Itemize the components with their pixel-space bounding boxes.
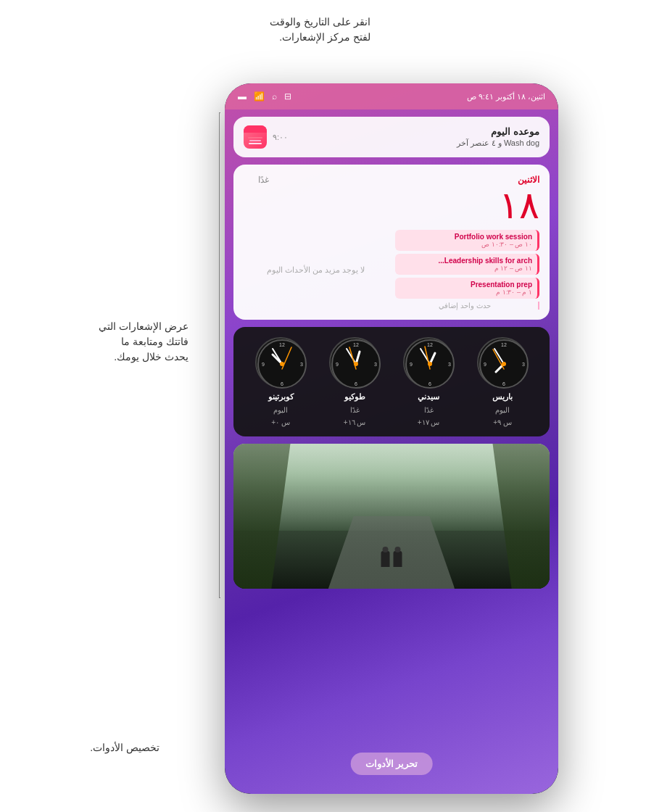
widgets-container: موعده اليوم Wash dog و ٤ عنصر آخر ٩:٠٠ (233, 117, 550, 589)
svg-text:6: 6 (428, 381, 431, 386)
svg-text:6: 6 (502, 381, 505, 386)
calendar-monday-events: Portfolio work session ١٠ ص – ١٠:٣٠ ص Le… (395, 230, 539, 310)
calendar-tuesday-events: لا يوجد مزيد من الأحداث اليوم (244, 230, 388, 310)
calendar-no-events: لا يوجد مزيد من الأحداث اليوم (267, 265, 365, 275)
search-icon[interactable]: ⌕ (272, 91, 277, 102)
clock-paris-when: اليوم (495, 406, 510, 414)
menu-bar-date[interactable]: اثنين، ١٨ أكتوبر ٩:٤١ ص (467, 92, 545, 102)
photo-scene (233, 444, 550, 589)
calendar-monday-column: الاثنين ١٨ (499, 175, 539, 224)
calendar-icon-line-2 (249, 140, 261, 141)
svg-point-8 (280, 362, 284, 366)
clock-sydney-offset: س ١٧+ (418, 418, 440, 426)
clock-tokyo-when: غدًا (350, 406, 360, 414)
cyclist-2 (394, 551, 402, 567)
annotation-bottom: تخصيص الأدوات. (15, 740, 160, 755)
svg-text:9: 9 (484, 362, 486, 367)
event-2-time: ١١ ص – ١٢ م (400, 265, 532, 272)
calendar-icon-top (244, 125, 267, 133)
widget-calendar-week[interactable]: الاثنين ١٨ غدًا Portfolio work session ١… (233, 165, 550, 320)
svg-text:6: 6 (355, 381, 357, 386)
calendar-week-header: الاثنين ١٨ غدًا (244, 175, 539, 224)
svg-point-26 (428, 362, 432, 366)
clock-sydney: 12 3 6 9 سيدني غدًا س ١٧+ (403, 337, 454, 426)
wifi-icon: 📶 (254, 91, 265, 102)
clock-paris-offset: س ٩+ (493, 418, 512, 426)
clock-sydney-city: سيدني (418, 392, 439, 402)
clock-cupertino-when: اليوم (273, 406, 288, 414)
bracket-line (219, 112, 220, 598)
cyclist-1 (381, 551, 390, 567)
calendar-monday-number: ١٨ (499, 186, 539, 224)
calendar-today-title: موعده اليوم (457, 126, 539, 137)
ipad-device: اثنين، ١٨ أكتوبر ٩:٤١ ص ⊟ ⌕ 📶 ▬ موعده ال… (225, 83, 558, 794)
clock-cupertino-face: 12 3 6 9 (255, 337, 306, 388)
calendar-icon-lines (244, 133, 267, 149)
clock-tokyo-face: 12 3 6 9 (329, 337, 380, 388)
calendar-week-content: Portfolio work session ١٠ ص – ١٠:٣٠ ص Le… (244, 230, 539, 310)
svg-text:6: 6 (281, 381, 283, 386)
calendar-event-3[interactable]: Presentation prep ١ م – ١:٣٠ م (395, 278, 539, 299)
event-1-time: ١٠ ص – ١٠:٣٠ ص (400, 241, 532, 248)
calendar-today-subtitle: Wash dog و ٤ عنصر آخر (457, 138, 539, 148)
event-2-title: Leadership skills for arch... (400, 257, 532, 265)
clock-tokyo-city: طوكيو (344, 392, 365, 402)
svg-text:9: 9 (336, 362, 339, 367)
calendar-monday-label: الاثنين (499, 175, 539, 185)
annotation-top: انقر على التاريخ والوقت لفتح مركز الإشعا… (105, 14, 370, 45)
widget-world-clock[interactable]: 12 3 6 9 كوبرتينو (233, 327, 550, 436)
svg-text:3: 3 (374, 362, 377, 367)
calendar-more-events: حدث واحد إضافي (395, 302, 539, 310)
svg-text:9: 9 (410, 362, 413, 367)
clock-sydney-face: 12 3 6 9 (403, 337, 454, 388)
svg-point-35 (502, 362, 506, 366)
calendar-event-1[interactable]: Portfolio work session ١٠ ص – ١٠:٣٠ ص (395, 230, 539, 251)
widget-calendar-today[interactable]: موعده اليوم Wash dog و ٤ عنصر آخر ٩:٠٠ (233, 117, 550, 157)
svg-text:12: 12 (427, 342, 433, 347)
battery-icon: ▬ (238, 91, 247, 102)
clock-sydney-when: غدًا (424, 406, 434, 414)
svg-text:3: 3 (448, 362, 451, 367)
widget-photo (233, 444, 550, 589)
event-1-title: Portfolio work session (400, 233, 532, 241)
clock-cupertino: 12 3 6 9 كوبرتينو (255, 337, 306, 426)
edit-widgets-button[interactable]: تحرير الأدوات (351, 753, 433, 775)
calendar-tuesday-label: غدًا (258, 175, 269, 185)
event-3-title: Presentation prep (400, 281, 532, 289)
svg-text:12: 12 (279, 342, 285, 347)
svg-point-17 (354, 362, 358, 366)
svg-text:3: 3 (522, 362, 525, 367)
clock-cupertino-city: كوبرتينو (268, 392, 294, 402)
calendar-event-2[interactable]: Leadership skills for arch... ١١ ص – ١٢ … (395, 254, 539, 275)
menu-bar[interactable]: اثنين، ١٨ أكتوبر ٩:٤١ ص ⊟ ⌕ 📶 ▬ (225, 83, 558, 109)
calendar-today-time: ٩:٠٠ (273, 133, 288, 142)
svg-text:12: 12 (353, 342, 359, 347)
calendar-icon-line-3 (249, 143, 262, 144)
calendar-today-right: ٩:٠٠ (244, 125, 288, 149)
event-3-time: ١ م – ١:٣٠ م (400, 289, 532, 296)
annotation-left: عرض الإشعارات التي فاتتك ومتابعة ما يحدث… (15, 319, 189, 365)
clock-paris-city: باريس (492, 392, 513, 402)
svg-text:9: 9 (262, 362, 265, 367)
svg-text:12: 12 (501, 342, 507, 347)
clock-paris-face: 12 3 6 9 (477, 337, 528, 388)
photo-cyclists (381, 551, 402, 567)
menu-bar-icons: ⊟ ⌕ 📶 ▬ (238, 91, 291, 102)
screen-mirroring-icon: ⊟ (284, 91, 291, 102)
calendar-today-text: موعده اليوم Wash dog و ٤ عنصر آخر (457, 126, 539, 148)
calendar-today-icon (244, 125, 267, 149)
ipad-screen: اثنين، ١٨ أكتوبر ٩:٤١ ص ⊟ ⌕ 📶 ▬ موعده ال… (225, 83, 558, 794)
calendar-icon-line-1 (248, 137, 262, 138)
clock-tokyo: 12 3 6 9 طوكيو (329, 337, 380, 426)
clock-tokyo-offset: س ١٦+ (344, 418, 366, 426)
clock-cupertino-offset: س ٠+ (271, 418, 290, 426)
svg-text:3: 3 (300, 362, 303, 367)
clock-paris: 12 3 6 9 باريس اليوم (477, 337, 528, 426)
